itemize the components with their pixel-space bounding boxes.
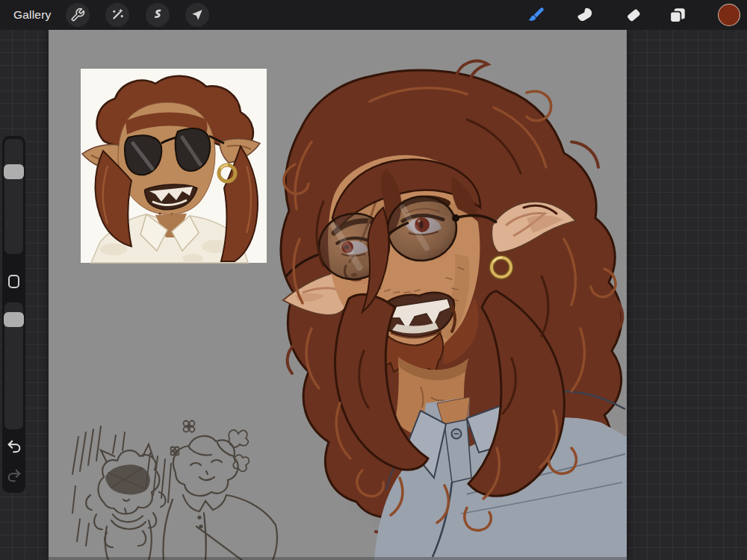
transform-arrow-icon [190, 7, 205, 22]
layers-button[interactable] [666, 3, 689, 27]
sketch-gloomy-figure [86, 444, 165, 560]
smudge-tool-button[interactable] [573, 3, 597, 27]
gallery-button[interactable]: Gallery [13, 0, 52, 30]
artwork [49, 30, 627, 560]
transform-button[interactable] [185, 3, 209, 27]
brush-size-handle[interactable] [4, 164, 24, 179]
eraser-icon [624, 5, 643, 25]
drawing-canvas[interactable] [49, 30, 627, 560]
undo-button[interactable] [6, 438, 22, 455]
sketch-happy-figure [164, 436, 278, 560]
redo-button[interactable] [6, 467, 22, 484]
reference-portrait [81, 69, 267, 263]
actions-button[interactable] [66, 3, 90, 27]
selection-s-icon [150, 7, 165, 22]
eraser-tool-button[interactable] [622, 3, 645, 27]
color-swatch[interactable] [718, 4, 740, 26]
selection-button[interactable] [146, 3, 170, 27]
smudge-finger-icon [575, 5, 595, 25]
undo-arrow-icon [6, 438, 22, 455]
paintbrush-icon [527, 5, 546, 25]
canvas-bottom-edge [49, 557, 627, 560]
top-toolbar: Gallery [0, 0, 747, 30]
main-portrait [281, 61, 627, 560]
wrench-icon [70, 7, 85, 22]
paint-tool-button[interactable] [524, 3, 548, 27]
bottom-left-sketch [72, 421, 277, 560]
opacity-handle[interactable] [4, 312, 24, 327]
brush-size-slider[interactable] [4, 139, 23, 254]
redo-arrow-icon [6, 467, 22, 484]
magic-wand-icon [110, 7, 125, 22]
modify-button[interactable] [8, 275, 19, 288]
layers-icon [668, 5, 687, 25]
brush-sidebar [2, 136, 25, 493]
adjustments-button[interactable] [105, 3, 129, 27]
